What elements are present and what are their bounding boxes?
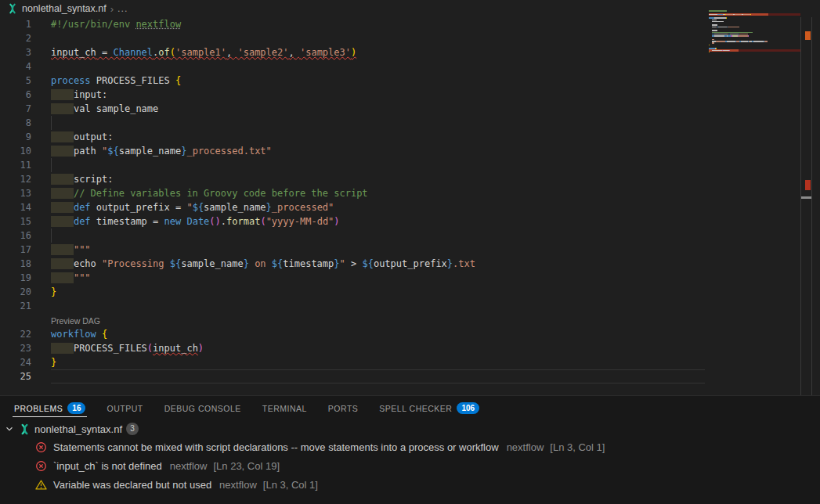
code-token: .txt	[453, 258, 475, 269]
code-token: sample_name	[181, 258, 243, 269]
indent-highlight	[51, 146, 74, 157]
code-content: path "${sample_name}_processed.txt"	[51, 144, 272, 158]
chevron-down-icon[interactable]	[4, 423, 15, 434]
code-content: def timestamp = new Date().format("yyyy-…	[51, 214, 340, 229]
line-number: 4	[0, 59, 31, 74]
code-token: def	[74, 202, 91, 213]
code-line[interactable]: 17 """	[0, 243, 709, 257]
line-number: 15	[0, 214, 31, 229]
breadcrumb-ellipsis[interactable]: ...	[117, 3, 128, 14]
code-line[interactable]: 12 script:	[0, 172, 709, 186]
bottom-panel: PROBLEMS16OUTPUTDEBUG CONSOLETERMINALPOR…	[0, 395, 820, 504]
line-number: 5	[0, 74, 31, 88]
code-line[interactable]: 1#!/usr/bin/env nextflow	[0, 17, 709, 31]
code-token: {	[102, 329, 107, 340]
code-token: ${	[362, 258, 373, 269]
code-line[interactable]: 8	[0, 116, 709, 130]
code-line[interactable]: 2	[0, 31, 709, 45]
minimap-token	[714, 35, 724, 37]
minimap-token	[741, 41, 748, 42]
code-content: }	[51, 285, 56, 299]
code-token: process	[51, 75, 91, 86]
code-content: def output_prefix = "${sample_name}_proc…	[51, 200, 334, 214]
tab-label: TERMINAL	[262, 404, 307, 413]
code-line[interactable]: 5process PROCESS_FILES {	[0, 74, 709, 88]
code-line[interactable]: 3input_ch = Channel.of('sample1', 'sampl…	[0, 45, 709, 59]
problem-row[interactable]: Variable was declared but not usednextfl…	[0, 475, 820, 494]
minimap-token	[727, 41, 735, 42]
code-token: timestamp	[283, 258, 334, 269]
ruler-warning-marker	[805, 31, 811, 40]
code-line[interactable]: 4	[0, 59, 709, 74]
minimap-line	[712, 50, 730, 52]
code-line[interactable]: 11	[0, 158, 709, 172]
indent-highlight	[51, 343, 74, 354]
line-number: 6	[0, 88, 31, 102]
problem-source: nextflow	[170, 460, 208, 472]
code-content: output:	[51, 130, 113, 144]
code-token: ${	[107, 146, 118, 157]
code-line[interactable]: 16	[0, 229, 709, 243]
code-line[interactable]: 19 """	[0, 271, 709, 285]
breadcrumb[interactable]: nonlethal_syntax.nf › ...	[0, 0, 820, 17]
indent-highlight	[51, 244, 74, 255]
minimap-line	[709, 52, 710, 53]
code-content: """	[51, 243, 91, 257]
problem-row[interactable]: Statements cannot be mixed with script d…	[0, 437, 820, 456]
tab-spell-checker[interactable]: SPELL CHECKER106	[379, 396, 479, 420]
tab-output[interactable]: OUTPUT	[107, 396, 143, 420]
breadcrumb-file-name[interactable]: nonlethal_syntax.nf	[22, 3, 107, 14]
code-line[interactable]: 20}	[0, 285, 709, 299]
code-token: """	[74, 272, 91, 283]
code-line[interactable]: 22workflow {	[0, 327, 709, 341]
minimap-token	[753, 41, 764, 42]
code-line[interactable]: 6 input:	[0, 88, 709, 102]
code-line[interactable]: 25	[0, 369, 709, 383]
minimap-token	[717, 14, 723, 16]
tab-label: DEBUG CONSOLE	[164, 404, 241, 413]
code-token: ${	[272, 258, 283, 269]
problems-file-group[interactable]: nonlethal_syntax.nf 3	[0, 420, 820, 437]
code-line[interactable]: 7 val sample_name	[0, 102, 709, 116]
code-line[interactable]: 15 def timestamp = new Date().format("yy…	[0, 214, 709, 229]
tab-terminal[interactable]: TERMINAL	[262, 396, 307, 420]
line-number: 22	[0, 327, 31, 341]
codelens-preview-dag[interactable]: Preview DAG	[0, 313, 709, 327]
problem-message: `input_ch` is not defined	[53, 460, 162, 472]
code-token: Channel	[113, 47, 153, 58]
code-line[interactable]: 10 path "${sample_name}_processed.txt"	[0, 144, 709, 158]
problem-row[interactable]: `input_ch` is not definednextflow[Ln 23,…	[0, 456, 820, 475]
line-number: 7	[0, 102, 31, 116]
error-icon	[35, 460, 47, 472]
code-content: process PROCESS_FILES {	[51, 74, 181, 88]
code-line[interactable]: 21	[0, 299, 709, 313]
line-number: 9	[0, 130, 31, 144]
indent-guide	[51, 158, 52, 172]
indent-highlight	[51, 216, 74, 227]
code-token: >	[345, 258, 363, 269]
code-line[interactable]: 13 // Define variables in Groovy code be…	[0, 186, 709, 200]
problem-message: Statements cannot be mixed with script d…	[53, 441, 499, 453]
line-number: 13	[0, 186, 31, 200]
overview-ruler[interactable]	[800, 17, 812, 395]
minimap-line	[712, 21, 724, 23]
tab-ports[interactable]: PORTS	[328, 396, 358, 420]
code-token: input:	[74, 89, 107, 100]
code-content: input_ch = Channel.of('sample1', 'sample…	[51, 45, 356, 59]
code-token: output_prefix	[374, 258, 447, 269]
code-line[interactable]: 14 def output_prefix = "${sample_name}_p…	[0, 200, 709, 214]
tab-debug-console[interactable]: DEBUG CONSOLE	[164, 396, 241, 420]
code-token: sample_name	[119, 146, 181, 157]
line-number: 12	[0, 172, 31, 186]
code-editor[interactable]: 1#!/usr/bin/env nextflow23input_ch = Cha…	[0, 17, 709, 395]
code-line[interactable]: 24}	[0, 355, 709, 369]
ruler-cursor-marker	[801, 196, 811, 199]
tab-problems[interactable]: PROBLEMS16	[14, 396, 85, 420]
problems-file-count-badge: 3	[126, 423, 139, 435]
minimap[interactable]	[709, 10, 800, 69]
code-line[interactable]: 18 echo "Processing ${sample_name} on ${…	[0, 257, 709, 271]
code-token: }	[51, 357, 56, 368]
code-line[interactable]: 23 PROCESS_FILES(input_ch)	[0, 341, 709, 355]
code-line[interactable]: 9 output:	[0, 130, 709, 144]
problems-file-name: nonlethal_syntax.nf	[34, 423, 122, 435]
